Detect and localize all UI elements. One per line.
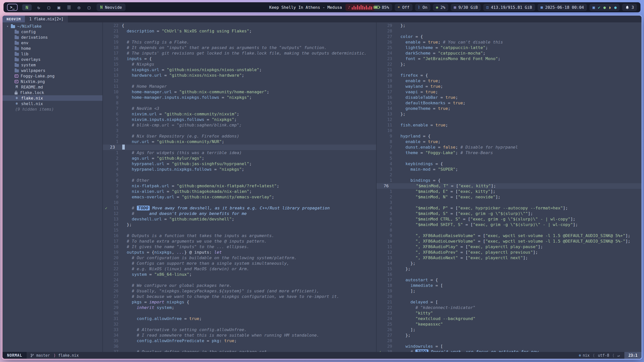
workspace-two[interactable]: ▢ [46, 5, 52, 10]
editor-line[interactable]: 8 [377, 228, 641, 233]
editor-line[interactable]: 7 "$mainMod SHIFT, S" = ["exec, grim -g … [377, 222, 641, 228]
editor-line[interactable]: 17 # The inputs' git revisions get locke… [103, 51, 376, 56]
tree-item-NixVim.png[interactable]: NixVim.png [3, 79, 102, 84]
editor-pane-left[interactable]: 22{21 description = "ChUrl's NixOS confi… [103, 22, 377, 352]
editor-line[interactable]: 30 [103, 310, 376, 316]
editor-line[interactable]: 15 # Nixpkgs [103, 62, 376, 67]
editor-line[interactable]: 5 "$mainMod, S" = ["exec, grim -g \"$(sl… [377, 211, 641, 216]
workspace-three[interactable]: ▣ [56, 5, 62, 10]
editor-line[interactable]: 6 "$mainMod CTRL, S" = ["exec, grim -g \… [377, 216, 641, 222]
editor-line[interactable]: 14 nixpkgs.url = "github:nixos/nixpkgs/n… [103, 67, 376, 73]
editor-line[interactable]: 1 "$mainMod, E" = ["exec, kitty"]; [377, 189, 641, 194]
editor-line[interactable]: 1 nur.url = "github:nix-community/NUR"; [103, 139, 376, 145]
tree-item-overlays[interactable]: overlays [3, 57, 102, 62]
editor-line[interactable]: 13 devshell.url = "github:numtide/devshe… [103, 216, 376, 222]
editor-line[interactable]: 15 defaultBookmarks = true; [377, 100, 641, 106]
editor-line[interactable]: 1 bindings = { [377, 178, 641, 183]
tray-app-4-icon[interactable]: ◗ [609, 5, 611, 10]
workspace-six[interactable]: ▢ [86, 5, 92, 10]
editor-line[interactable]: 20 [377, 294, 641, 299]
editor-line[interactable]: 27 }; [377, 333, 641, 338]
editor-line[interactable]: 17 # To handle extra arguments we use th… [103, 239, 376, 244]
editor-line[interactable]: 14 gnomeTheme = true; [377, 106, 641, 111]
editor-line[interactable]: 34 # I read somewhere that this is more … [103, 333, 376, 338]
indicator-memory[interactable]: ▤9/30 GiB [451, 4, 481, 11]
editor-line[interactable]: 29 inherit system; [103, 305, 376, 310]
editor-line[interactable]: 24 [103, 277, 376, 283]
editor-line[interactable]: 32 [103, 322, 376, 327]
editor-line[interactable]: 2 "$mainMod, N" = ["exec, neovide"]; [377, 194, 641, 200]
workspace-refresh[interactable]: ↻ [36, 5, 42, 10]
editor-line[interactable]: 13 hardware.url = "github:nixos/nixos-ha… [103, 73, 376, 78]
editor-line[interactable]: 8 nix-alien.url = "github:thiagokokada/n… [103, 189, 376, 194]
editor-line[interactable]: 27 # but because we want to change the n… [103, 294, 376, 299]
editor-line[interactable]: 3 [103, 128, 376, 133]
editor-line[interactable]: 17 vaapi = true; [377, 89, 641, 95]
editor-line[interactable]: 16 # Outputs is a function that takes th… [103, 233, 376, 239]
editor-line[interactable]: ✓30 # TODO Doesn't work, use focus_on_ac… [377, 349, 641, 352]
editor-line[interactable]: 9 hyprland = { [377, 133, 641, 139]
editor-line[interactable]: 33 # Alternative to setting config.allow… [103, 327, 376, 333]
editor-line[interactable]: 12 [377, 117, 641, 122]
editor-line[interactable]: 9 ", XF86AudioRaiseVolume" = ["exec, wpc… [377, 233, 641, 239]
editor-line[interactable]: 16 [377, 272, 641, 277]
editor-line[interactable]: 14 }; [103, 222, 376, 228]
editor-line[interactable]: 29 windowrules = [ [377, 344, 641, 349]
editor-line[interactable]: 36 [103, 344, 376, 349]
editor-line[interactable]: 2 [377, 172, 641, 178]
editor-line[interactable]: 6 nixvim.url = "github:nix-community/nix… [103, 111, 376, 117]
neovim-tab[interactable]: NEOVIM [3, 16, 25, 22]
editor-line[interactable]: 12 # and doesn't provide any benefits fo… [103, 211, 376, 216]
editor-line[interactable]: 24 "nextcloud --background" [377, 316, 641, 322]
editor-line[interactable]: 14 }; [377, 261, 641, 266]
workspace-neovim[interactable]: N [22, 4, 32, 11]
tree-item-shell.nix[interactable]: ❄shell.nix [3, 101, 102, 106]
tree-item-lib[interactable]: lib [3, 51, 102, 57]
editor-line[interactable]: 29 }; [377, 23, 641, 28]
editor-line[interactable]: 5 [377, 156, 641, 161]
workspace-four[interactable]: ☰ [66, 5, 72, 10]
editor-line[interactable]: 6 theme = "Foggy-Lake"; # Three-Bears [377, 150, 641, 156]
media-widget[interactable]: Keep Shelly In Athens - Medusa ♪ [269, 4, 375, 11]
editor-line[interactable]: 11 fish.enable = true; [377, 122, 641, 128]
editor-line[interactable]: 7 nix-flatpak.url = "github:gmodena/nix-… [103, 183, 376, 189]
editor-line[interactable]: 26 # Usually, "nixpkgs.legacyPackages.${… [103, 288, 376, 294]
editor-line[interactable]: 3 main-mod = "SUPER"; [377, 167, 641, 172]
editor-line[interactable]: 17 autostart = { [377, 277, 641, 283]
editor-line[interactable]: 28 [377, 338, 641, 344]
editor-line[interactable]: 10 [103, 200, 376, 205]
editor-line[interactable]: 28 [377, 28, 641, 34]
editor-line[interactable]: 18 immediate = [ [377, 283, 641, 288]
editor-line[interactable]: 27 color = { [377, 34, 641, 39]
editor-line[interactable]: 12 ", XF86AudioPrev" = ["exec, playerctl… [377, 250, 641, 255]
editor-line[interactable]: 3 [377, 200, 641, 205]
editor-line[interactable]: 21 description = "ChUrl's NixOS config u… [103, 28, 376, 34]
editor-line[interactable]: 10 ", XF86AudioLowerVolume" = ["exec, wp… [377, 239, 641, 244]
editor-line[interactable]: 16 disableTabBar = true; [377, 95, 641, 100]
editor-line[interactable]: 2 # Nix User Repository (e.g. Firefox ad… [103, 133, 376, 139]
editor-line[interactable]: 12 [103, 78, 376, 84]
editor-line[interactable]: 23 system = "x86_64-linux"; [103, 272, 376, 277]
tree-item-README.md[interactable]: MREADME.md [3, 84, 102, 90]
tree-item-Foggy-Lake.png[interactable]: Foggy-Lake.png [3, 73, 102, 79]
editor-line[interactable]: 15 }; [377, 266, 641, 272]
editor-line[interactable]: 23 font = "JetBrainsMono Nerd Font Mono"… [377, 56, 641, 62]
indicator-bluetooth[interactable]: ᛒOn [415, 4, 430, 11]
notifications-pill[interactable]: 3 [622, 4, 637, 11]
editor-line[interactable]: 6 # Other [103, 178, 376, 183]
tree-item-wallpapers[interactable]: wallpapers [3, 68, 102, 73]
buffer-tab[interactable]: 1 flake.nix[2+] [25, 16, 68, 22]
tree-item-home[interactable]: home [3, 46, 102, 51]
editor-line[interactable]: 26 enable = true; # You can't disable th… [377, 39, 641, 45]
editor-line[interactable]: 5 nixvim.inputs.nixpkgs.follows = "nixpk… [103, 117, 376, 122]
tree-item-env[interactable]: env [3, 40, 102, 46]
editor-line[interactable]: 35 config.allowUnfreePredicate = pkg: tr… [103, 338, 376, 344]
editor-line[interactable]: 11 ", XF86AudioPlay" = ["exec, playerctl… [377, 244, 641, 250]
editor-line[interactable]: 22 # "kdeconnect-indicator" [377, 305, 641, 310]
editor-line[interactable]: 31 config.allowUnfree = true; [103, 316, 376, 322]
editor-line[interactable]: 25 "keepassxc" [377, 322, 641, 327]
workspace-five[interactable]: ◎ [76, 5, 82, 10]
editor-line[interactable]: 1 # Ags for widgets (this was a terrible… [103, 150, 376, 156]
editor-line[interactable]: 25 lightScheme = "catppuccin-latte"; [377, 45, 641, 51]
editor-line[interactable]: 3 hyprpanel.url = "github:jas-singhfsu/h… [103, 161, 376, 167]
